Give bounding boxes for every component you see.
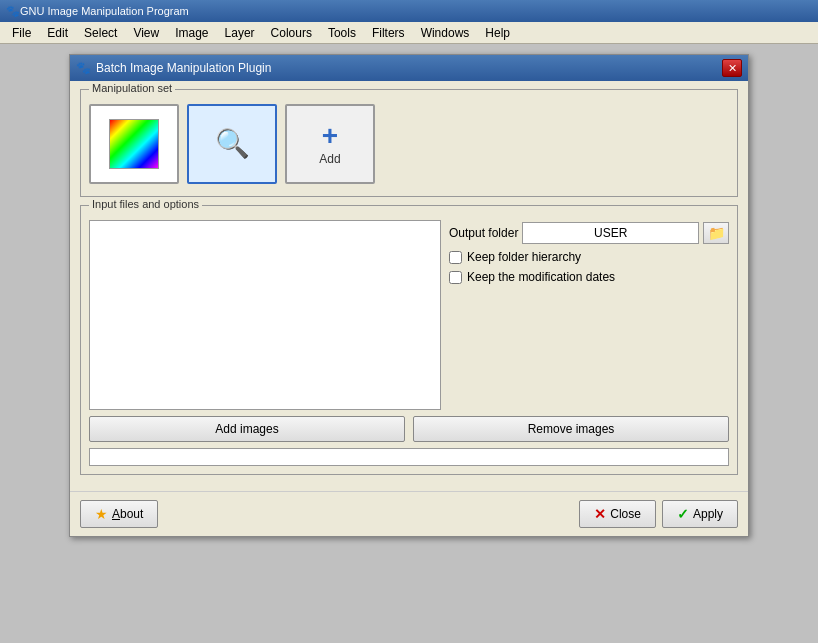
manip-item-stamp[interactable]: 🔍 [187,104,277,184]
gimp-title-icon: 🐾 [6,5,20,18]
dialog-title-left: 🐾 Batch Image Manipulation Plugin [76,61,271,75]
manip-item-colors[interactable] [89,104,179,184]
keep-dates-label: Keep the modification dates [467,270,615,284]
close-button[interactable]: ✕ Close [579,500,656,528]
remove-images-button[interactable]: Remove images [413,416,729,442]
menu-select[interactable]: Select [76,24,125,42]
folder-icon: 📁 [708,225,725,241]
manipulation-set-label: Manipulation set [89,82,175,94]
gimp-menubar: File Edit Select View Image Layer Colour… [0,22,818,44]
menu-edit[interactable]: Edit [39,24,76,42]
stamp-icon: 🔍 [215,130,250,158]
menu-colours[interactable]: Colours [263,24,320,42]
browse-folder-button[interactable]: 📁 [703,222,729,244]
menu-filters[interactable]: Filters [364,24,413,42]
manipulation-set-content: 🔍 + Add [89,94,729,188]
colors-preview [109,119,159,169]
file-list-area [89,220,441,410]
output-folder-row: Output folder 📁 [449,222,729,244]
dialog-close-button[interactable]: ✕ [722,59,742,77]
dialog-title-text: Batch Image Manipulation Plugin [96,61,271,75]
batch-dialog: 🐾 Batch Image Manipulation Plugin ✕ Mani… [69,54,749,537]
dialog-title-icon: 🐾 [76,61,91,75]
keep-hierarchy-checkbox[interactable] [449,251,462,264]
footer-right: ✕ Close ✓ Apply [579,500,738,528]
gimp-titlebar: 🐾 GNU Image Manipulation Program [0,0,818,22]
menu-help[interactable]: Help [477,24,518,42]
output-folder-label: Output folder [449,226,518,240]
gimp-title-text: GNU Image Manipulation Program [20,5,189,17]
file-action-buttons: Add images Remove images [89,416,729,442]
add-plus-icon: + [322,122,338,150]
gimp-window: 🐾 GNU Image Manipulation Program File Ed… [0,0,818,643]
keep-dates-checkbox[interactable] [449,271,462,284]
input-files-content: Output folder 📁 Keep folder hierarchy [89,210,729,410]
keep-hierarchy-row: Keep folder hierarchy [449,250,729,264]
close-label: Close [610,507,641,521]
add-label: Add [319,152,340,166]
manipulation-set-group: Manipulation set 🔍 + Add [80,89,738,197]
input-files-group: Input files and options Output folder 📁 [80,205,738,475]
add-images-button[interactable]: Add images [89,416,405,442]
dialog-footer: ★ About ✕ Close ✓ Apply [70,491,748,536]
menu-image[interactable]: Image [167,24,216,42]
menu-file[interactable]: File [4,24,39,42]
keep-dates-row: Keep the modification dates [449,270,729,284]
options-area: Output folder 📁 Keep folder hierarchy [449,220,729,410]
keep-hierarchy-label: Keep folder hierarchy [467,250,581,264]
about-label: About [112,507,143,521]
gimp-background: 🐾 Batch Image Manipulation Plugin ✕ Mani… [0,44,818,547]
manip-item-add[interactable]: + Add [285,104,375,184]
check-icon: ✓ [677,506,689,522]
menu-layer[interactable]: Layer [217,24,263,42]
dialog-titlebar: 🐾 Batch Image Manipulation Plugin ✕ [70,55,748,81]
about-button[interactable]: ★ About [80,500,158,528]
progress-bar [89,448,729,466]
apply-button[interactable]: ✓ Apply [662,500,738,528]
menu-windows[interactable]: Windows [413,24,478,42]
dialog-body: Manipulation set 🔍 + Add [70,81,748,491]
menu-tools[interactable]: Tools [320,24,364,42]
input-files-label: Input files and options [89,198,202,210]
menu-view[interactable]: View [125,24,167,42]
output-folder-input[interactable] [522,222,699,244]
apply-label: Apply [693,507,723,521]
x-icon: ✕ [594,506,606,522]
star-icon: ★ [95,506,108,522]
footer-left: ★ About [80,500,158,528]
